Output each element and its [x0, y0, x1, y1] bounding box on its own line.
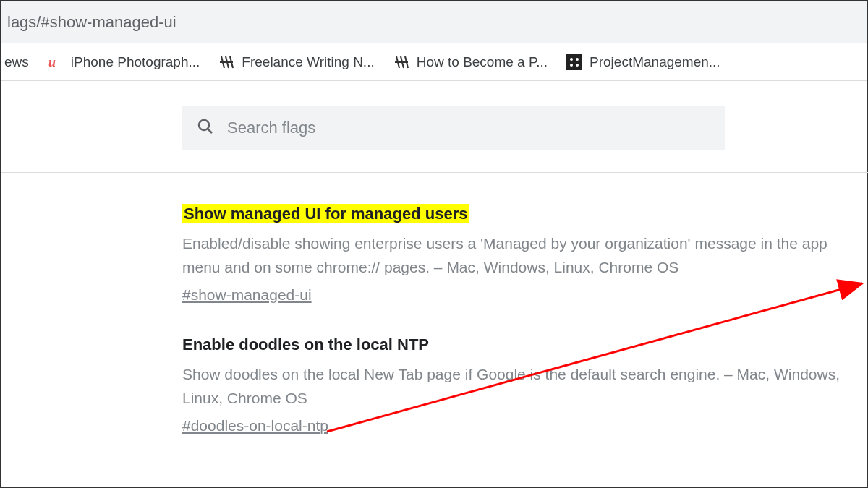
bookmark-label: How to Become a P... — [417, 54, 548, 70]
pm-icon — [566, 54, 582, 70]
url-hash: #show-managed-ui — [41, 13, 176, 31]
flag-title: Enable doodles on the local NTP — [182, 335, 429, 354]
url-prefix: lags/ — [7, 13, 41, 31]
svg-point-14 — [199, 120, 209, 130]
site-icon — [393, 54, 409, 70]
search-flags-container[interactable] — [182, 106, 725, 150]
bookmark-label: Freelance Writing N... — [242, 54, 374, 70]
bookmark-item[interactable]: Freelance Writing N... — [218, 54, 374, 70]
bookmark-item[interactable]: ews — [4, 54, 29, 70]
flag-anchor-link[interactable]: #doodles-on-local-ntp — [182, 417, 328, 435]
svg-text:u: u — [48, 55, 56, 69]
bookmark-item[interactable]: ProjectManagemen... — [566, 54, 720, 70]
svg-rect-9 — [566, 54, 582, 70]
divider — [1, 172, 868, 173]
flag-entry: Show managed UI for managed users Enable… — [182, 205, 862, 304]
flag-description: Show doodles on the local New Tab page i… — [182, 363, 862, 410]
flag-anchor-link[interactable]: #show-managed-ui — [182, 286, 312, 304]
svg-point-11 — [576, 58, 579, 61]
flag-entry: Enable doodles on the local NTP Show doo… — [182, 335, 862, 435]
svg-line-15 — [208, 129, 212, 133]
site-icon — [218, 54, 234, 70]
bookmark-label: ProjectManagemen... — [590, 54, 720, 70]
url-bar[interactable]: lags/#show-managed-ui — [1, 1, 867, 43]
bookmarks-bar: ews u iPhone Photograph... Freelance Wri… — [1, 43, 867, 81]
svg-point-13 — [576, 64, 579, 67]
page-content: Show managed UI for managed users Enable… — [1, 81, 867, 435]
svg-point-10 — [570, 58, 573, 61]
flag-title: Show managed UI for managed users — [182, 204, 469, 223]
flag-description: Enabled/disable showing enterprise users… — [182, 232, 862, 279]
bookmark-item[interactable]: How to Become a P... — [393, 54, 548, 70]
bookmark-item[interactable]: u iPhone Photograph... — [48, 54, 200, 70]
bookmark-label: iPhone Photograph... — [71, 54, 200, 70]
search-icon — [197, 118, 214, 138]
svg-point-12 — [570, 64, 573, 67]
bookmark-label: ews — [4, 54, 29, 70]
search-flags-input[interactable] — [227, 119, 710, 137]
udemy-icon: u — [48, 54, 64, 70]
